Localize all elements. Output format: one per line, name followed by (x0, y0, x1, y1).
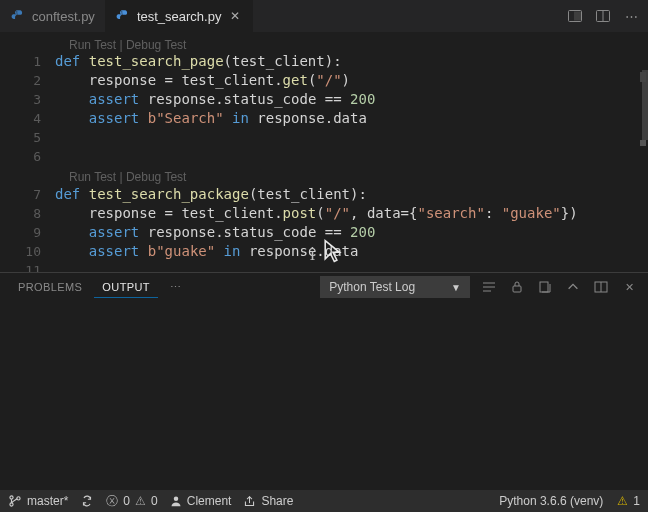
tab-actions: ⋯ (558, 0, 648, 32)
codelens-run-debug[interactable]: Run Test | Debug Test (69, 168, 186, 187)
status-bar: master* ⓧ 0 ⚠ 0 Clement Share Python 3.6… (0, 490, 648, 512)
status-git-branch[interactable]: master* (8, 494, 68, 508)
status-python[interactable]: Python 3.6.6 (venv) (499, 494, 603, 508)
svg-point-12 (10, 503, 13, 506)
close-panel-icon[interactable]: ✕ (620, 278, 638, 296)
python-icon (115, 8, 131, 24)
line-number: 7 (0, 185, 55, 204)
line-number: 10 (0, 242, 55, 261)
line-number: 6 (0, 147, 55, 166)
split-editor-icon[interactable] (566, 7, 584, 25)
svg-rect-1 (575, 12, 582, 20)
status-share[interactable]: Share (243, 494, 293, 508)
svg-point-14 (173, 497, 178, 502)
line-number: 2 (0, 71, 55, 90)
tab-test-search[interactable]: test_search.py ✕ (105, 0, 254, 32)
overview-marker (640, 140, 646, 146)
line-number: 9 (0, 223, 55, 242)
dropdown-label: Python Test Log (329, 280, 415, 294)
python-icon (10, 8, 26, 24)
tab-label: conftest.py (32, 9, 95, 24)
line-number: 3 (0, 90, 55, 109)
output-channel-dropdown[interactable]: Python Test Log ▼ (320, 276, 470, 298)
line-number: 11 (0, 261, 55, 272)
tab-label: test_search.py (137, 9, 222, 24)
panel: PROBLEMS OUTPUT ⋯ Python Test Log ▼ (0, 272, 648, 490)
editor[interactable]: Run Test | Debug Test 1 def test_search_… (0, 32, 648, 272)
svg-point-11 (10, 496, 13, 499)
warning-icon: ⚠ (617, 494, 628, 508)
line-number: 1 (0, 52, 55, 71)
codelens-run-debug[interactable]: Run Test | Debug Test (69, 36, 186, 55)
lock-scroll-icon[interactable] (508, 278, 526, 296)
chevron-up-icon[interactable] (564, 278, 582, 296)
chevron-down-icon: ▼ (451, 282, 461, 293)
more-icon[interactable]: ⋯ (622, 7, 640, 25)
clear-output-icon[interactable] (480, 278, 498, 296)
layout-icon[interactable] (594, 7, 612, 25)
svg-rect-7 (513, 286, 521, 292)
svg-rect-8 (540, 282, 548, 292)
overview-marker (640, 72, 646, 82)
panel-tab-problems[interactable]: PROBLEMS (10, 277, 90, 297)
close-icon[interactable]: ✕ (227, 8, 243, 24)
line-number: 8 (0, 204, 55, 223)
tab-bar: conftest.py test_search.py ✕ ⋯ (0, 0, 648, 32)
maximize-panel-icon[interactable] (592, 278, 610, 296)
panel-tab-output[interactable]: OUTPUT (94, 277, 158, 298)
open-file-icon[interactable] (536, 278, 554, 296)
status-diagnostics[interactable]: ⚠ 1 (617, 494, 640, 508)
output-body[interactable] (0, 301, 648, 490)
tab-conftest[interactable]: conftest.py (0, 0, 105, 32)
status-liveshare-user[interactable]: Clement (170, 494, 232, 508)
error-icon: ⓧ (106, 493, 118, 510)
status-problems[interactable]: ⓧ 0 ⚠ 0 (106, 493, 157, 510)
warning-icon: ⚠ (135, 494, 146, 508)
svg-point-13 (17, 497, 20, 500)
panel-more-icon[interactable]: ⋯ (162, 277, 189, 298)
branch-name: master* (27, 494, 68, 508)
line-number: 4 (0, 109, 55, 128)
status-sync[interactable] (80, 494, 94, 508)
line-number: 5 (0, 128, 55, 147)
minimap[interactable] (638, 32, 648, 272)
